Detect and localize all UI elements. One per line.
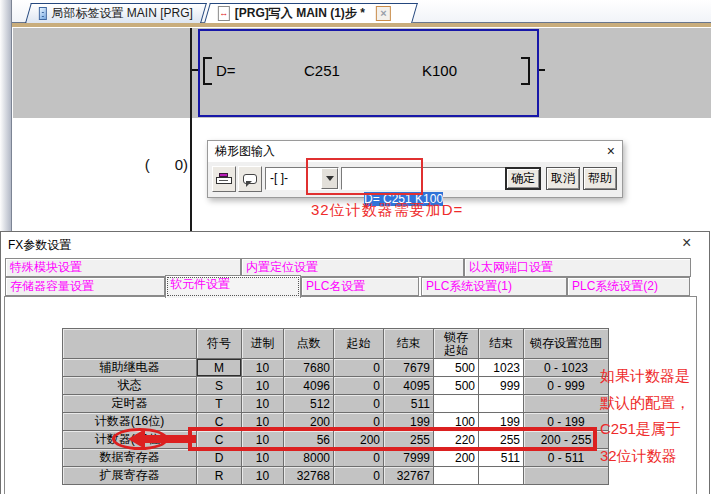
annotation-arrow-icon — [128, 429, 145, 449]
cell-latch_end[interactable] — [479, 467, 524, 485]
table-row-T: 定时器T105120511 — [63, 395, 609, 413]
ok-button[interactable]: 确定 — [505, 167, 541, 190]
close-icon[interactable]: × — [607, 143, 615, 159]
tab-close-icon[interactable]: × — [376, 6, 391, 21]
cell-latch_start[interactable]: 500 — [434, 377, 479, 395]
column-header-latch_end: 结束 — [479, 329, 524, 359]
wire-stub-right — [539, 69, 545, 71]
column-header-latch_start: 锁存起始 — [434, 329, 479, 359]
column-header-start: 起始 — [334, 329, 384, 359]
column-header-latch_range: 锁存设置范围 — [524, 329, 609, 359]
cell-latch_range — [524, 467, 609, 485]
column-header-blank — [63, 329, 197, 359]
label-setting-icon — [39, 7, 47, 20]
table-row-S: 状态S104096040955009990 - 999 — [63, 377, 609, 395]
annotation-box-counter-row — [188, 427, 597, 451]
cell-latch_end[interactable]: 999 — [479, 377, 524, 395]
program-ladder-icon: ↔ — [218, 6, 230, 21]
column-header-symbol: 符号 — [197, 329, 242, 359]
cell-latch_end[interactable]: 511 — [479, 449, 524, 467]
cancel-button[interactable]: 取消 — [546, 167, 580, 190]
cell-base: 10 — [242, 467, 284, 485]
annotation-arrow-shaft — [144, 435, 196, 443]
cell-points: 32768 — [284, 467, 334, 485]
cell-base: 10 — [242, 359, 284, 377]
wire-stub-left — [192, 69, 198, 71]
cell-latch_range — [524, 395, 609, 413]
cell-latch_range: 0 - 999 — [524, 377, 609, 395]
ladder-left-busbar — [190, 28, 192, 231]
tab-label: 局部标签设置 MAIN [PRG] — [52, 5, 193, 22]
app-window: 局部标签设置 MAIN [PRG] ↔ [PRG]写入 MAIN (1)步 * … — [0, 0, 711, 494]
cell-symbol: T — [197, 395, 242, 413]
fx-tab-PLC系统设置(1)[interactable]: PLC系统设置(1) — [421, 277, 567, 296]
comment-tool-button[interactable] — [238, 166, 262, 192]
cell-label: 辅助继电器 — [63, 359, 197, 377]
cell-label: 扩展寄存器 — [63, 467, 197, 485]
printer-icon — [216, 173, 232, 186]
column-header-points: 点数 — [284, 329, 334, 359]
instruction-operand1: C251 — [304, 62, 340, 79]
fx-tab-存储器容量设置[interactable]: 存储器容量设置 — [5, 277, 165, 296]
help-button[interactable]: 帮助 — [583, 167, 617, 190]
annotation-side-note-line: 默认的配置， — [600, 394, 708, 413]
fx-tab-以太网端口设置[interactable]: 以太网端口设置 — [464, 258, 691, 277]
tab-program-write[interactable]: ↔ [PRG]写入 MAIN (1)步 * × — [204, 3, 418, 23]
cell-start: 0 — [334, 467, 384, 485]
annotation-input-note: 32位计数器需要加D= — [311, 201, 463, 220]
rung-step-number: ( 0) — [120, 156, 188, 173]
column-header-base: 进制 — [242, 329, 284, 359]
cell-base: 10 — [242, 449, 284, 467]
cell-end: 4095 — [384, 377, 434, 395]
docked-pane-edge — [0, 0, 12, 231]
cell-symbol: S — [197, 377, 242, 395]
cell-start: 0 — [334, 449, 384, 467]
cell-end: 32767 — [384, 467, 434, 485]
instruction-bracket-left — [203, 57, 212, 85]
cell-latch_start[interactable]: 200 — [434, 449, 479, 467]
device-parameter-table: 符号进制点数起始结束锁存起始结束锁存设置范围 辅助继电器M10768007679… — [62, 328, 609, 485]
close-icon[interactable]: × — [682, 235, 691, 251]
cell-label: 定时器 — [63, 395, 197, 413]
tab-local-label-setting[interactable]: 局部标签设置 MAIN [PRG] — [25, 3, 207, 23]
tab-label: [PRG]写入 MAIN (1)步 * — [235, 5, 365, 22]
cell-points: 4096 — [284, 377, 334, 395]
instruction-op: D= — [216, 62, 236, 79]
cell-start: 0 — [334, 359, 384, 377]
table-row-M: 辅助继电器M1076800767950010230 - 1023 — [63, 359, 609, 377]
cell-latch_start[interactable] — [434, 467, 479, 485]
fx-dialog-title: FX参数设置 — [8, 237, 71, 254]
cell-symbol: D — [197, 449, 242, 467]
cell-end: 7999 — [384, 449, 434, 467]
print-tool-button[interactable] — [212, 166, 236, 192]
cell-symbol: R — [197, 467, 242, 485]
annotation-side-note-line: C251是属于 — [600, 420, 708, 439]
cell-base: 10 — [242, 377, 284, 395]
fx-tab-软元件设置[interactable]: 软元件设置 — [165, 275, 301, 298]
table-row-R: 扩展寄存器R1032768032767 — [63, 467, 609, 485]
speech-bubble-icon — [243, 174, 257, 184]
fx-tab-PLC名设置[interactable]: PLC名设置 — [301, 277, 419, 296]
annotation-side-note-line: 32位计数器 — [600, 447, 708, 466]
instruction-bracket-right — [521, 57, 530, 85]
cell-latch_start[interactable]: 500 — [434, 359, 479, 377]
cell-latch_end[interactable] — [479, 395, 524, 413]
cell-points: 512 — [284, 395, 334, 413]
column-header-end: 结束 — [384, 329, 434, 359]
cell-start: 0 — [334, 395, 384, 413]
annotation-side-note-line: 如果计数器是 — [600, 367, 708, 386]
cell-symbol: M — [197, 359, 242, 377]
instruction-operand2: K100 — [422, 62, 457, 79]
fx-tab-PLC系统设置(2)[interactable]: PLC系统设置(2) — [567, 277, 690, 296]
cell-base: 10 — [242, 395, 284, 413]
cell-start: 0 — [334, 377, 384, 395]
ladder-selection-box[interactable] — [198, 29, 539, 117]
table-row-D: 数据寄存器D108000079992005110 - 511 — [63, 449, 609, 467]
cell-label: 状态 — [63, 377, 197, 395]
cell-end: 511 — [384, 395, 434, 413]
cell-latch_range: 0 - 511 — [524, 449, 609, 467]
cell-latch_end[interactable]: 1023 — [479, 359, 524, 377]
cell-latch_start[interactable] — [434, 395, 479, 413]
cell-points: 8000 — [284, 449, 334, 467]
cell-points: 7680 — [284, 359, 334, 377]
